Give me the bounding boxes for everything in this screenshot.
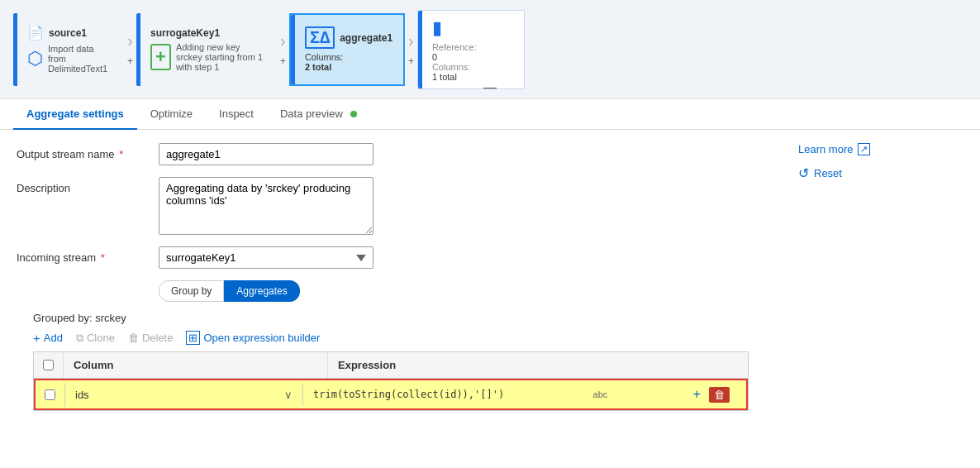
expression-text: trim(toString(collect(id)),'[]')	[313, 389, 504, 400]
incoming-stream-select[interactable]: surrogateKey1 source1	[159, 246, 373, 269]
description-textarea[interactable]: Aggregating data by 'srckey' producing c…	[159, 177, 373, 235]
reference-node-wrapper: ▮ Reference: 0 Columns: 1 total	[417, 10, 525, 89]
delete-row-btn[interactable]: 🗑	[709, 387, 730, 403]
source-node[interactable]: 📄 source1 ⬡ Import data from DelimitedTe…	[13, 13, 124, 86]
surrogate-node-wrapper: surrogateKey1 + Adding new key srckey st…	[136, 13, 277, 86]
tab-optimize[interactable]: Optimize	[137, 99, 206, 130]
header-checkbox-cell	[34, 352, 64, 378]
add-icon: +	[33, 331, 40, 345]
table-header: Column Expression	[34, 352, 748, 379]
grouped-by-label: Grouped by: srckey	[33, 312, 765, 324]
add-row-btn[interactable]: +	[690, 385, 704, 404]
output-stream-label: Output stream name *	[17, 143, 149, 160]
source-adf-icon: ⬡	[27, 48, 43, 69]
reset-icon: ↺	[798, 165, 809, 181]
clone-icon: ⧉	[76, 332, 83, 345]
row-expression-cell: trim(toString(collect(id)),'[]') abc + 🗑	[303, 380, 746, 408]
aggregates-btn[interactable]: Aggregates	[224, 280, 299, 302]
surrogate-node[interactable]: surrogateKey1 + Adding new key srckey st…	[136, 13, 277, 86]
add-btn[interactable]: + Add	[33, 331, 63, 345]
aggregate-node-wrapper: Σ∆ aggregate1 Columns: 2 total	[289, 13, 405, 86]
surrogate-title: surrogateKey1	[150, 27, 220, 39]
source-node-desc: Import data from DelimitedText1	[48, 44, 114, 74]
aggregate-node-title: aggregate1	[340, 32, 392, 44]
header-checkbox[interactable]	[43, 360, 54, 370]
plus-2: +	[280, 55, 286, 67]
ref-label: Reference:	[432, 42, 477, 52]
toggle-area: Group by Aggregates	[159, 280, 765, 302]
reset-btn[interactable]: ↺ Reset	[798, 165, 963, 181]
doc-icon: 📄	[27, 25, 44, 41]
output-required-star: *	[119, 148, 123, 160]
clone-btn[interactable]: ⧉ Clone	[76, 332, 115, 345]
tab-inspect[interactable]: Inspect	[206, 99, 267, 130]
tab-aggregate-settings[interactable]: Aggregate settings	[13, 99, 137, 130]
column-dropdown-icon[interactable]: ∨	[284, 389, 293, 401]
source-node-inner: 📄 source1 ⬡ Import data from DelimitedTe…	[17, 13, 124, 86]
aggregates-table: Column Expression ids ∨ trim(toString(co…	[33, 351, 749, 411]
table-row: ids ∨ trim(toString(collect(id)),'[]') a…	[34, 379, 748, 410]
ref-node-inner: ▮ Reference: 0 Columns: 1 total	[422, 11, 487, 88]
surrogate-icon: +	[150, 44, 171, 70]
delete-btn[interactable]: 🗑 Delete	[128, 332, 174, 344]
plus-1: +	[127, 55, 133, 67]
arrow-2: › +	[277, 31, 289, 67]
arrow-3: › +	[405, 31, 417, 67]
description-row: Description Aggregating data by 'srckey'…	[17, 177, 765, 235]
column-header: Column	[64, 352, 328, 378]
row-actions: + 🗑	[690, 385, 736, 404]
description-label: Description	[17, 177, 149, 194]
row-column-name: ids ∨	[65, 384, 303, 406]
ref-value: 0	[432, 52, 437, 62]
column-name-text: ids	[75, 389, 89, 401]
expression-type: abc	[593, 389, 608, 399]
aggregate-node-inner: Σ∆ aggregate1 Columns: 2 total	[295, 15, 402, 84]
tabs-area: Aggregate settings Optimize Inspect Data…	[0, 99, 980, 130]
settings-area: Output stream name * Description Aggrega…	[0, 130, 980, 431]
surrogate-desc: Adding new key srckey starting from 1 wi…	[176, 42, 267, 72]
open-expression-btn[interactable]: ⊞ Open expression builder	[186, 331, 320, 345]
expression-icon: ⊞	[186, 331, 200, 345]
plus-3: +	[408, 55, 414, 67]
output-stream-row: Output stream name *	[17, 143, 765, 165]
collapse-indicator[interactable]: —	[483, 80, 497, 95]
ref-cols-label: Columns:	[432, 62, 470, 72]
incoming-stream-label: Incoming stream *	[17, 246, 149, 264]
arrow-1: › +	[124, 31, 136, 67]
learn-more-link[interactable]: Learn more ↗	[798, 143, 963, 155]
pipeline-area: 📄 source1 ⬡ Import data from DelimitedTe…	[0, 0, 980, 99]
row-checkbox[interactable]	[45, 389, 55, 400]
incoming-required-star: *	[101, 251, 105, 264]
data-preview-dot	[350, 111, 357, 117]
surrogate-node-inner: surrogateKey1 + Adding new key srckey st…	[140, 13, 277, 86]
aggregate-stats: Columns: 2 total	[305, 52, 392, 72]
action-toolbar: + Add ⧉ Clone 🗑 Delete ⊞ Open expression…	[33, 331, 765, 345]
reference-node[interactable]: ▮ Reference: 0 Columns: 1 total	[417, 10, 525, 89]
settings-right: Learn more ↗ ↺ Reset	[798, 143, 963, 418]
output-stream-input[interactable]	[159, 143, 373, 165]
settings-left: Output stream name * Description Aggrega…	[17, 143, 765, 418]
delete-icon: 🗑	[128, 332, 139, 344]
row-checkbox-cell	[36, 383, 65, 407]
source-node-wrapper: 📄 source1 ⬡ Import data from DelimitedTe…	[13, 13, 124, 86]
aggregate-sigma-icon: Σ∆	[305, 26, 335, 49]
expression-header: Expression	[328, 352, 748, 378]
ref-stats: Reference: 0 Columns: 1 total	[432, 42, 477, 82]
incoming-stream-row: Incoming stream * surrogateKey1 source1	[17, 246, 765, 269]
tab-data-preview[interactable]: Data preview	[267, 99, 371, 130]
aggregate-columns-value: 2 total	[305, 62, 331, 72]
ref-cols-value: 1 total	[432, 72, 457, 82]
aggregate-node[interactable]: Σ∆ aggregate1 Columns: 2 total	[289, 13, 405, 86]
external-link-icon: ↗	[858, 143, 870, 155]
group-by-btn[interactable]: Group by	[159, 280, 224, 302]
source-node-title: source1	[49, 27, 87, 39]
ref-db-icon: ▮	[432, 17, 442, 39]
